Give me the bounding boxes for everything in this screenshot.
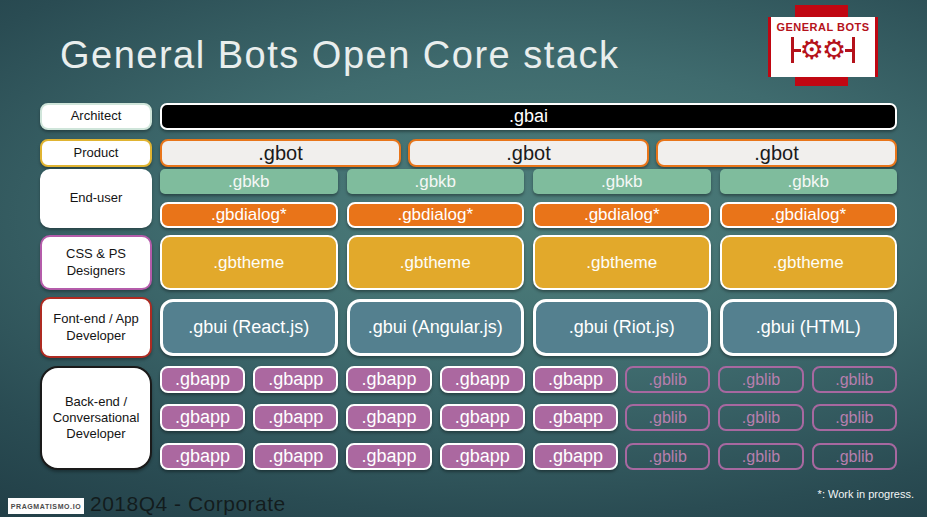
gear-icon: ⚙: [800, 37, 824, 64]
gblib-box: .gblib: [718, 404, 803, 431]
gbapp-box: .gbapp: [440, 366, 525, 393]
gear-endbar-right: [852, 37, 855, 63]
gbapp-box: .gbapp: [160, 366, 245, 393]
gbdialog-box: .gbdialog*: [160, 202, 338, 228]
gbui-box: .gbui (HTML): [720, 299, 898, 356]
gbdialog-box: .gbdialog*: [533, 202, 711, 228]
row-gbtheme: .gbtheme.gbtheme.gbtheme.gbtheme: [160, 235, 897, 290]
gbapp-box: .gbapp: [346, 366, 431, 393]
gbapp-box: .gbapp: [160, 404, 245, 431]
row-gbapp-gblib-3: .gbapp.gbapp.gbapp.gbapp.gbapp .gblib.gb…: [160, 443, 897, 470]
gbdialog-box: .gbdialog*: [347, 202, 525, 228]
gbot-box: .gbot: [656, 139, 897, 167]
general-bots-logo: GENERAL BOTS ⚙ ⚙: [763, 0, 893, 95]
gbui-box: .gbui (React.js): [160, 299, 338, 356]
gbapp-group: .gbapp.gbapp.gbapp.gbapp.gbapp: [160, 366, 618, 393]
gblib-group: .gblib.gblib.gblib: [625, 366, 897, 393]
gbui-box: .gbui (Angular.js): [347, 299, 525, 356]
gbtheme-box: .gbtheme: [533, 235, 711, 290]
gblib-box: .gblib: [625, 404, 710, 431]
gbapp-box: .gbapp: [160, 443, 245, 470]
gbapp-box: .gbapp: [533, 404, 618, 431]
gblib-box: .gblib: [812, 366, 897, 393]
gblib-group: .gblib.gblib.gblib: [625, 443, 897, 470]
row-label-product: Product: [40, 139, 152, 167]
row-label-end-user: End-user: [40, 169, 152, 228]
gbapp-box: .gbapp: [533, 443, 618, 470]
row-label-architect: Architect: [40, 103, 152, 130]
gbtheme-box: .gbtheme: [160, 235, 338, 290]
gbkb-box: .gbkb: [347, 169, 525, 194]
gear-icon: ⚙: [822, 37, 846, 64]
gbot-box: .gbot: [408, 139, 649, 167]
gbapp-box: .gbapp: [440, 404, 525, 431]
row-gbapp-gblib-2: .gbapp.gbapp.gbapp.gbapp.gbapp .gblib.gb…: [160, 404, 897, 431]
gbapp-box: .gbapp: [253, 404, 338, 431]
slide-canvas: General Bots Open Core stack GENERAL BOT…: [0, 0, 927, 517]
gbtheme-box: .gbtheme: [720, 235, 898, 290]
gblib-box: .gblib: [812, 443, 897, 470]
row-gbui: .gbui (React.js).gbui (Angular.js).gbui …: [160, 299, 897, 356]
gbtheme-box: .gbtheme: [347, 235, 525, 290]
row-label-backend-conversational-developer: Back-end / Conversational Developer: [40, 366, 152, 470]
row-gbkb: .gbkb.gbkb.gbkb.gbkb: [160, 169, 897, 194]
gbapp-box: .gbapp: [346, 443, 431, 470]
gblib-box: .gblib: [625, 366, 710, 393]
row-gbot: .gbot.gbot.gbot: [160, 139, 897, 167]
footer-caption: 2018Q4 - Corporate: [90, 492, 286, 516]
row-gbai: .gbai: [160, 103, 897, 130]
gblib-box: .gblib: [718, 443, 803, 470]
gbai-bar: .gbai: [160, 103, 897, 130]
row-label-css-ps-designers: CSS & PS Designers: [40, 235, 152, 290]
gbapp-box: .gbapp: [440, 443, 525, 470]
gbot-box: .gbot: [160, 139, 401, 167]
gbapp-box: .gbapp: [533, 366, 618, 393]
gear-line-right: [845, 49, 852, 52]
gbkb-box: .gbkb: [533, 169, 711, 194]
gbkb-box: .gbkb: [720, 169, 898, 194]
gbkb-box: .gbkb: [160, 169, 338, 194]
gbapp-group: .gbapp.gbapp.gbapp.gbapp.gbapp: [160, 404, 618, 431]
gears-icon: ⚙ ⚙: [791, 31, 855, 69]
gbapp-box: .gbapp: [253, 366, 338, 393]
gblib-box: .gblib: [718, 366, 803, 393]
gblib-box: .gblib: [625, 443, 710, 470]
gbapp-box: .gbapp: [346, 404, 431, 431]
logo-card: GENERAL BOTS ⚙ ⚙: [768, 17, 878, 77]
gbapp-group: .gbapp.gbapp.gbapp.gbapp.gbapp: [160, 443, 618, 470]
page-title: General Bots Open Core stack: [60, 34, 619, 77]
pragmatismo-badge: PRAGMATISMO.IO: [8, 498, 84, 514]
work-in-progress-note: *: Work in progress.: [818, 488, 914, 500]
gblib-box: .gblib: [812, 404, 897, 431]
gbapp-box: .gbapp: [253, 443, 338, 470]
gblib-group: .gblib.gblib.gblib: [625, 404, 897, 431]
gbui-box: .gbui (Riot.js): [533, 299, 711, 356]
row-gbdialog: .gbdialog*.gbdialog*.gbdialog*.gbdialog*: [160, 202, 897, 228]
gbdialog-box: .gbdialog*: [720, 202, 898, 228]
row-label-frontend-app-developer: Font-end / App Developer: [40, 297, 152, 358]
row-gbapp-gblib-1: .gbapp.gbapp.gbapp.gbapp.gbapp .gblib.gb…: [160, 366, 897, 393]
